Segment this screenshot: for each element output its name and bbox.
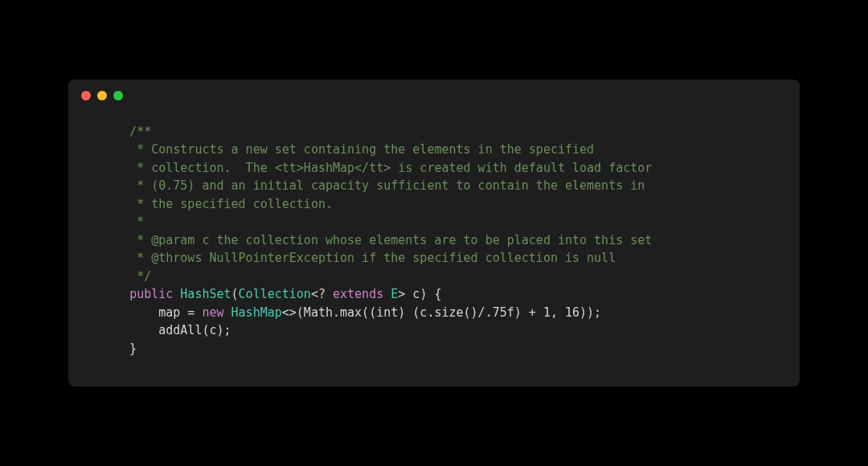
comment-line: * collection. The <tt>HashMap</tt> is cr… (100, 161, 652, 175)
type-e: E (391, 287, 398, 301)
comment-line: * the specified collection. (100, 197, 333, 211)
type-hashmap: HashMap (231, 305, 282, 320)
comment-line: /** (100, 125, 151, 139)
keyword-new: new (202, 305, 223, 320)
maximize-icon[interactable] (113, 91, 123, 100)
comment-line: * (0.75) and an initial capacity suffici… (100, 178, 645, 193)
keyword-public: public (129, 287, 173, 301)
titlebar (68, 80, 800, 112)
code-line: map = new HashMap<>(Math.max((int) (c.si… (100, 305, 601, 320)
type-hashset: HashSet (180, 287, 231, 301)
comment-line: * @param c the collection whose elements… (100, 233, 652, 247)
comment-line: */ (100, 269, 151, 284)
close-icon[interactable] (81, 91, 91, 100)
code-window: /** * Constructs a new set containing th… (68, 80, 800, 387)
comment-line: * Constructs a new set containing the el… (100, 142, 594, 157)
code-line: } (100, 341, 137, 356)
code-line: addAll(c); (100, 323, 231, 337)
comment-line: * @throws NullPointerException if the sp… (100, 251, 616, 265)
comment-line: * (100, 215, 144, 229)
type-collection: Collection (239, 287, 311, 301)
keyword-extends: extends (333, 287, 383, 301)
minimize-icon[interactable] (97, 91, 107, 100)
code-line: public HashSet(Collection<? extends E> c… (100, 287, 441, 301)
code-block: /** * Constructs a new set containing th… (68, 112, 800, 387)
